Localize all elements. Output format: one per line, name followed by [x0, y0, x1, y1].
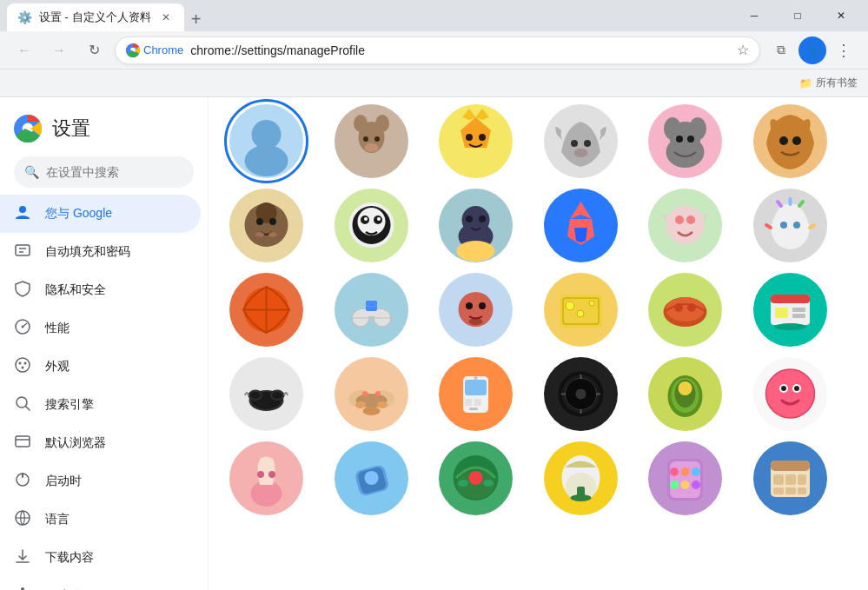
bookmark-icon[interactable]: ☆: [737, 42, 749, 58]
shield-icon: [14, 280, 31, 301]
avatar-item[interactable]: [335, 441, 408, 515]
active-tab[interactable]: ⚙️ 设置 - 自定义个人资料 ✕: [7, 3, 184, 31]
avatar-item[interactable]: [439, 357, 513, 431]
svg-rect-116: [465, 399, 472, 406]
avatar-item[interactable]: [544, 357, 618, 431]
avatar-item[interactable]: [753, 189, 827, 262]
avatar-item[interactable]: [753, 441, 827, 515]
avatar-item[interactable]: [229, 104, 303, 178]
sidebar-item-accessibility[interactable]: 无障碍: [0, 577, 201, 590]
sidebar-item-privacy[interactable]: 隐私和安全: [0, 271, 201, 309]
avatar-item[interactable]: [439, 189, 513, 262]
settings-search-input[interactable]: [46, 165, 198, 179]
svg-point-136: [794, 386, 799, 391]
new-tab-button[interactable]: +: [184, 7, 209, 31]
address-bar[interactable]: Chrome chrome://settings/manageProfile ☆: [115, 36, 760, 64]
browser-icon: [14, 433, 31, 454]
avatar-item[interactable]: [335, 104, 408, 178]
avatar-grid: [209, 97, 868, 536]
google-icon: [14, 203, 31, 224]
svg-point-69: [666, 206, 705, 244]
svg-marker-36: [476, 109, 490, 120]
svg-point-110: [375, 391, 381, 396]
svg-point-41: [584, 140, 591, 147]
avatar-item[interactable]: [648, 357, 722, 431]
svg-point-14: [22, 367, 24, 369]
svg-point-62: [364, 217, 368, 221]
svg-point-91: [666, 297, 705, 322]
content-area: [209, 97, 868, 590]
svg-point-4: [19, 206, 26, 213]
avatar-item[interactable]: [439, 273, 513, 347]
svg-point-53: [256, 218, 263, 225]
avatar-item[interactable]: [648, 273, 722, 347]
sidebar-item-autofill[interactable]: 自动填充和密码: [0, 233, 201, 271]
toolbar-action-buttons: ⧉ 👤 ⋮: [767, 36, 858, 64]
avatar-item[interactable]: [229, 441, 303, 515]
avatar-item[interactable]: [335, 189, 408, 262]
svg-point-138: [257, 471, 264, 478]
avatar-item[interactable]: [335, 357, 408, 431]
sidebar-item-appearance[interactable]: 外观: [0, 348, 201, 386]
profile-button[interactable]: 👤: [798, 36, 826, 64]
settings-search-bar[interactable]: 🔍: [14, 156, 194, 188]
avatar-item[interactable]: [229, 357, 303, 431]
back-button[interactable]: ←: [10, 36, 38, 64]
avatar-item[interactable]: [753, 104, 827, 178]
svg-point-147: [483, 480, 494, 487]
all-bookmarks-item[interactable]: 📁 所有书签: [799, 76, 858, 90]
titlebar: ⚙️ 设置 - 自定义个人资料 ✕ + ─ □ ✕: [0, 0, 868, 31]
chrome-logo-icon: [14, 115, 42, 143]
svg-point-27: [245, 145, 288, 176]
settings-page-title: 设置: [52, 116, 90, 142]
svg-point-157: [670, 481, 679, 489]
svg-point-156: [692, 467, 700, 476]
avatar-item[interactable]: [439, 104, 513, 178]
tab-close-button[interactable]: ✕: [158, 10, 174, 25]
svg-point-105: [272, 392, 282, 399]
svg-point-145: [469, 471, 483, 485]
avatar-item[interactable]: [648, 441, 722, 515]
tab-title: 设置 - 自定义个人资料: [39, 10, 151, 25]
menu-button[interactable]: ⋮: [830, 36, 858, 64]
svg-point-55: [255, 232, 264, 237]
close-button[interactable]: ✕: [821, 0, 861, 31]
svg-point-84: [479, 302, 486, 309]
avatar-item[interactable]: [229, 189, 303, 262]
svg-point-73: [793, 222, 800, 229]
maximize-button[interactable]: □: [778, 0, 818, 31]
sidebar-item-performance[interactable]: 性能: [0, 309, 201, 348]
avatar-item[interactable]: [544, 189, 618, 262]
avatar-item[interactable]: [753, 357, 827, 431]
avatar-item[interactable]: [648, 189, 722, 262]
sidebar-item-browser[interactable]: 默认浏览器: [0, 424, 201, 462]
svg-point-93: [687, 303, 696, 312]
sidebar-label-download: 下载内容: [45, 550, 94, 566]
tab-favicon: ⚙️: [17, 10, 32, 24]
forward-button[interactable]: →: [45, 36, 73, 64]
sidebar-label-startup: 启动时: [45, 474, 82, 489]
avatar-item[interactable]: [439, 441, 513, 515]
sidebar-item-download[interactable]: 下载内容: [0, 539, 201, 577]
avatar-item[interactable]: [335, 273, 408, 347]
avatar-item[interactable]: [229, 273, 303, 347]
svg-point-30: [354, 115, 368, 132]
avatar-item[interactable]: [544, 104, 618, 178]
sidebar-item-startup[interactable]: 启动时: [0, 462, 201, 501]
search-engine-icon: [14, 394, 31, 415]
svg-rect-118: [469, 408, 478, 410]
sidebar-item-google[interactable]: 您与 Google: [0, 195, 201, 233]
split-button[interactable]: ⧉: [767, 36, 795, 64]
sidebar-label-autofill: 自动填充和密码: [45, 244, 130, 260]
svg-point-92: [674, 303, 683, 312]
avatar-item[interactable]: [544, 441, 618, 515]
refresh-button[interactable]: ↻: [80, 36, 108, 64]
avatar-item[interactable]: [544, 273, 618, 347]
avatar-item[interactable]: [648, 104, 722, 178]
minimize-button[interactable]: ─: [734, 0, 774, 31]
sidebar-item-language[interactable]: 语言: [0, 501, 201, 539]
avatar-item[interactable]: [753, 273, 827, 347]
svg-rect-153: [670, 461, 700, 498]
sidebar-item-search[interactable]: 搜索引擎: [0, 386, 201, 424]
svg-point-155: [681, 467, 690, 476]
